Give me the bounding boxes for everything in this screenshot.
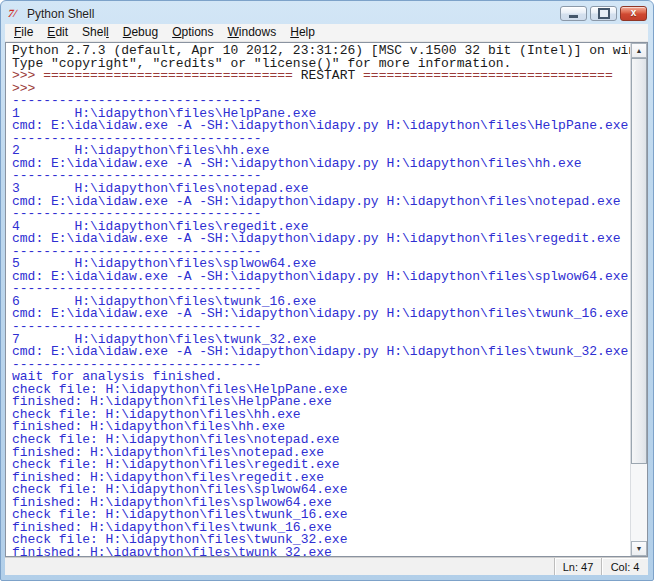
scrollbar-track[interactable]: [631, 58, 647, 541]
status-column-indicator: Col: 4: [601, 558, 648, 575]
shell-content: Python 2.7.3 (default, Apr 10 2012, 23:3…: [5, 42, 648, 557]
console-line: finished: H:\idapython\files\twunk_32.ex…: [12, 547, 630, 556]
minimize-button[interactable]: [560, 6, 587, 21]
menu-item-options[interactable]: Options: [165, 24, 220, 41]
close-button[interactable]: x: [620, 6, 647, 21]
maximize-button[interactable]: [590, 6, 617, 21]
close-icon: x: [631, 8, 637, 18]
shell-output-area[interactable]: Python 2.7.3 (default, Apr 10 2012, 23:3…: [6, 43, 630, 556]
menu-item-shell[interactable]: Shell: [75, 24, 116, 41]
scroll-down-button[interactable]: ▼: [631, 541, 647, 556]
status-bar-filler: [5, 558, 554, 575]
menu-item-help[interactable]: Help: [283, 24, 322, 41]
vertical-scrollbar: ▲ ▼: [630, 43, 647, 556]
menu-item-edit[interactable]: Edit: [40, 24, 75, 41]
scrollbar-thumb[interactable]: [631, 58, 647, 464]
menu-item-windows[interactable]: Windows: [221, 24, 284, 41]
caption-button-group: x: [560, 6, 647, 21]
python-shell-window: 7/ Python Shell x FileEditShellDebugOpti…: [0, 0, 654, 581]
minimize-icon: [569, 15, 578, 18]
title-bar[interactable]: 7/ Python Shell x: [5, 1, 648, 24]
status-line-indicator: Ln: 47: [554, 558, 601, 575]
console-line: >>> ================================ RES…: [12, 70, 630, 83]
maximize-icon: [598, 8, 610, 19]
window-title: Python Shell: [27, 7, 94, 21]
status-bar: Ln: 47 Col: 4: [5, 557, 648, 575]
scroll-up-button[interactable]: ▲: [631, 43, 647, 58]
menu-item-debug[interactable]: Debug: [116, 24, 165, 41]
menu-bar: FileEditShellDebugOptionsWindowsHelp: [5, 24, 648, 42]
menu-item-file[interactable]: File: [7, 24, 40, 41]
python-idle-icon[interactable]: 7/: [7, 7, 23, 21]
